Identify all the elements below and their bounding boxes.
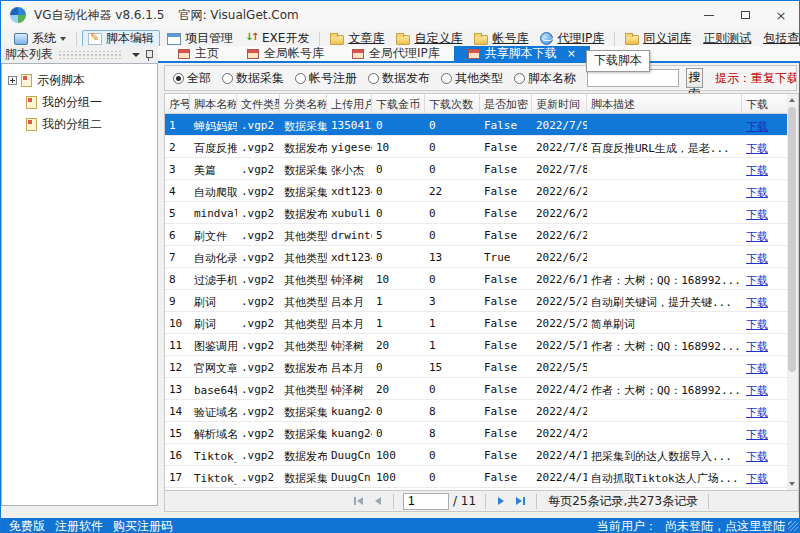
- tree-expander-plus-icon[interactable]: [8, 76, 17, 85]
- download-link[interactable]: 下载: [746, 406, 768, 419]
- cell-4: xdt12345: [327, 180, 372, 201]
- table-row[interactable]: 11图鉴调用.vgp2其他类型钟泽树201False2022/5/17作者：大树…: [165, 334, 798, 356]
- column-header-0[interactable]: 序号: [165, 94, 190, 113]
- cell-1: 刷文件: [190, 224, 237, 245]
- minimize-button[interactable]: [691, 1, 727, 29]
- previous-page-button[interactable]: [368, 493, 388, 510]
- filter-radio-3[interactable]: 数据发布: [368, 70, 430, 87]
- download-link[interactable]: 下载: [746, 318, 768, 331]
- filter-radio-5[interactable]: 脚本名称: [514, 70, 576, 87]
- download-link[interactable]: 下载: [746, 472, 768, 485]
- buy-license-link[interactable]: 购买注册码: [113, 518, 173, 533]
- search-button[interactable]: 搜索: [686, 68, 703, 88]
- column-header-7[interactable]: 是否加密: [480, 94, 532, 113]
- column-header-8[interactable]: 更新时间: [532, 94, 587, 113]
- tab-1[interactable]: 全局帐号库: [233, 46, 338, 61]
- scroll-down-arrow-icon[interactable]: [787, 478, 797, 490]
- filter-radio-4[interactable]: 其他类型: [441, 70, 503, 87]
- scroll-up-arrow-icon[interactable]: [787, 94, 797, 106]
- tree-item-0[interactable]: 示例脚本: [2, 69, 157, 91]
- table-row[interactable]: 15解析域名1.vgp2数据采集kuang245229908False2022/…: [165, 422, 798, 444]
- column-header-6[interactable]: 下载次数: [425, 94, 480, 113]
- download-link[interactable]: 下载: [746, 252, 768, 265]
- tab-0[interactable]: 主页: [164, 46, 233, 61]
- download-link[interactable]: 下载: [746, 230, 768, 243]
- toolbar-button-9[interactable]: 正则测试: [698, 30, 756, 48]
- register-software-link[interactable]: 注册软件: [55, 518, 103, 533]
- table-row[interactable]: 5mindvalley.vgp2数据发布xubuli00False2022/6/…: [165, 202, 798, 224]
- tree-item-1[interactable]: 我的分组一: [2, 91, 157, 113]
- page-number-input[interactable]: [403, 493, 449, 510]
- download-cell: 下载: [742, 334, 788, 355]
- table-row[interactable]: 12官网文章.vgp2数据发布吕本月015False2022/5/5下载: [165, 356, 798, 378]
- tab-3[interactable]: 共享脚本下载×: [454, 46, 590, 61]
- next-page-button[interactable]: [491, 493, 511, 510]
- tree-item-2[interactable]: 我的分组二: [2, 113, 157, 135]
- table-row[interactable]: 6刷文件.vgp2其他类型drwinter50False2022/6/25下载: [165, 224, 798, 246]
- table-row[interactable]: 14验证域名1.vgp2数据采集kuang245229908False2022/…: [165, 400, 798, 422]
- close-button[interactable]: ×: [763, 1, 799, 29]
- table-row[interactable]: 9刷词.vgp2其他类型吕本月13False2022/5/27自动刷关键词，提升…: [165, 290, 798, 312]
- table-row[interactable]: 2百度反推....vgp2数据发布yigeseo100False2022/7/8…: [165, 136, 798, 158]
- panel-menu-chevron-down-icon[interactable]: [132, 53, 140, 57]
- filter-radio-2[interactable]: 帐号注册: [295, 70, 357, 87]
- maximize-button[interactable]: [727, 1, 763, 29]
- table-row[interactable]: 4自动爬取数据.vgp2数据采集xdt12345022False2022/6/2…: [165, 180, 798, 202]
- download-link[interactable]: 下载: [746, 362, 768, 375]
- table-row[interactable]: 3美篇.vgp2数据采集张小杰00False2022/7/8下载: [165, 158, 798, 180]
- download-link[interactable]: 下载: [746, 274, 768, 287]
- panel-pin-icon[interactable]: [145, 49, 154, 61]
- download-link[interactable]: 下载: [746, 164, 768, 177]
- column-header-3[interactable]: 分类名称: [280, 94, 327, 113]
- tab-2[interactable]: 全局代理IP库: [338, 46, 454, 61]
- vertical-scrollbar[interactable]: [787, 93, 799, 491]
- cell-3: 数据采集: [280, 466, 327, 487]
- table-row[interactable]: 7自动化录....vgp2其他类型xdt12345013True2022/6/2…: [165, 246, 798, 268]
- download-link[interactable]: 下载: [746, 428, 768, 441]
- download-link[interactable]: 下载: [746, 340, 768, 353]
- cell-4: 张小杰: [327, 158, 372, 179]
- download-link[interactable]: 下载: [746, 186, 768, 199]
- last-page-button[interactable]: [511, 493, 531, 510]
- column-header-1[interactable]: 脚本名称: [190, 94, 237, 113]
- login-link[interactable]: 尚未登陆，点这里登陆: [665, 518, 785, 533]
- cell-5: 5: [372, 224, 425, 245]
- table-row[interactable]: 13base64转图片.vgp2其他类型钟泽树200False2022/4/20…: [165, 378, 798, 400]
- radio-button-icon: [173, 73, 184, 84]
- table-row[interactable]: 10刷词.vgp2其他类型吕本月11False2022/5/25简单刷词下载: [165, 312, 798, 334]
- cell-2: .vgp2: [237, 290, 280, 311]
- column-header-4[interactable]: 上传用户: [327, 94, 372, 113]
- cell-6: 15: [425, 356, 480, 377]
- table-row[interactable]: 8过滤手机....vgp2其他类型钟泽树100False2022/6/16作者：…: [165, 268, 798, 290]
- download-link[interactable]: 下载: [746, 120, 768, 133]
- toolbar-button-10[interactable]: 包括查找: [758, 30, 800, 48]
- maximize-icon: [741, 11, 750, 19]
- filter-radio-1[interactable]: 数据采集: [222, 70, 284, 87]
- window-resize-grip[interactable]: [788, 521, 798, 531]
- table-row[interactable]: 1蝉妈妈妈.vgp2数据采集1350412101400False2022/7/9…: [165, 114, 798, 136]
- table-row[interactable]: 16Tiktok_达....vgp2数据发布DuugCn1000False202…: [165, 444, 798, 466]
- cell-2: .vgp2: [237, 224, 280, 245]
- cell-3: 数据采集: [280, 158, 327, 179]
- column-header-9[interactable]: 脚本描述: [587, 94, 742, 113]
- column-header-10[interactable]: 下载: [742, 94, 788, 113]
- toolbar-button-8[interactable]: 同义词库: [620, 30, 696, 48]
- tab-close-icon[interactable]: ×: [567, 47, 576, 60]
- download-link[interactable]: 下载: [746, 296, 768, 309]
- cell-1: 刷词: [190, 312, 237, 333]
- scrollbar-thumb[interactable]: [788, 107, 796, 372]
- toolbar-button-0[interactable]: 系统: [9, 30, 71, 48]
- download-link[interactable]: 下载: [746, 208, 768, 221]
- download-link[interactable]: 下载: [746, 450, 768, 463]
- column-header-5[interactable]: 下载金币: [372, 94, 425, 113]
- toolbar-button-1[interactable]: 脚本编辑: [82, 30, 160, 48]
- download-link[interactable]: 下载: [746, 142, 768, 155]
- current-user-label: 当前用户：: [597, 518, 657, 533]
- first-page-button[interactable]: [348, 493, 368, 510]
- table-row[interactable]: 17Tiktok_达....vgp2数据采集DuugCn1000False202…: [165, 466, 798, 488]
- cell-6: 0: [425, 224, 480, 245]
- filter-radio-0[interactable]: 全部: [173, 70, 211, 87]
- column-header-2[interactable]: 文件类型: [237, 94, 280, 113]
- download-link[interactable]: 下载: [746, 384, 768, 397]
- cell-1: 百度反推...: [190, 136, 237, 157]
